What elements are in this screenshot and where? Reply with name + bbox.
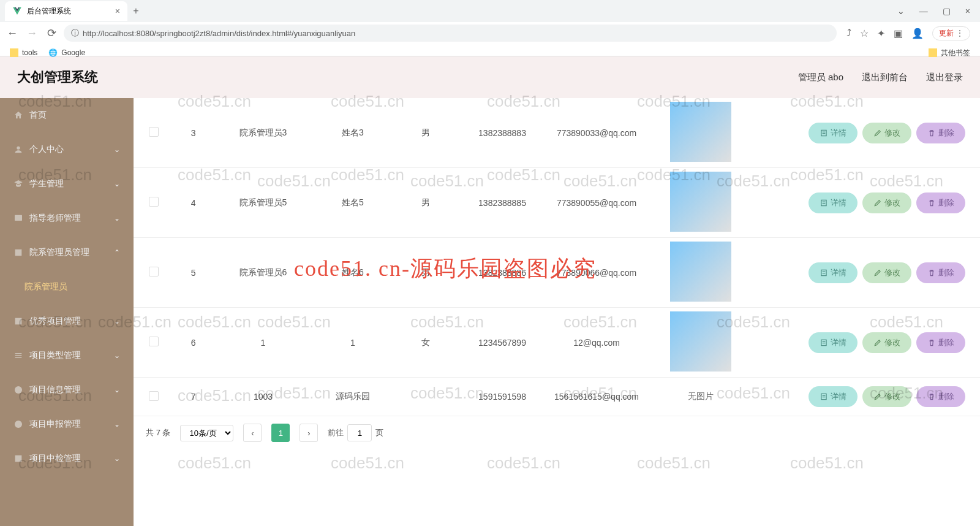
delete-button[interactable]: 删除 <box>916 386 965 407</box>
student-icon <box>13 179 23 189</box>
share-icon[interactable]: ⤴ <box>846 28 851 39</box>
edit-button[interactable]: 修改 <box>862 262 911 283</box>
tab-bar: 后台管理系统 × + ⌄ — ▢ × <box>0 0 980 22</box>
dropdown-icon[interactable]: ⌄ <box>897 6 905 16</box>
teacher-icon <box>13 213 23 223</box>
detail-button[interactable]: 详情 <box>809 123 858 143</box>
sidebar-item-info[interactable]: 项目信息管理 ⌄ <box>0 373 134 407</box>
cell-gender: 男 <box>393 98 459 168</box>
no-photo-text: 无图片 <box>688 391 714 401</box>
apply-icon <box>13 419 23 429</box>
cell-gender: 女 <box>393 308 459 378</box>
sidebar-item-type[interactable]: 项目类型管理 ⌄ <box>0 338 134 373</box>
delete-button[interactable]: 删除 <box>916 123 965 143</box>
maximize-icon[interactable]: ▢ <box>943 6 951 16</box>
current-user[interactable]: 管理员 abo <box>798 72 843 83</box>
sidebar-item-dept-admin-sub[interactable]: 院系管理员 <box>0 270 134 304</box>
page-prev-button[interactable]: ‹ <box>243 424 262 442</box>
edit-button[interactable]: 修改 <box>862 332 911 353</box>
cell-phone: 1382388885 <box>459 168 546 238</box>
content-area: 3院系管理员3姓名3男1382388883773890033@qq.com详情修… <box>134 98 980 526</box>
sidebar-item-midcheck[interactable]: 项目中检管理 ⌄ <box>0 441 134 476</box>
edit-button[interactable]: 修改 <box>862 192 911 213</box>
pagination: 共 7 条 10条/页 ‹ 1 › 前往 页 <box>134 416 980 449</box>
browser-tab[interactable]: 后台管理系统 × <box>5 1 127 21</box>
window-controls: ⌄ — ▢ × <box>897 6 980 16</box>
update-button[interactable]: 更新⋮ <box>932 26 970 40</box>
sidebar-item-profile[interactable]: 个人中心 ⌄ <box>0 132 134 167</box>
page-number-1[interactable]: 1 <box>271 424 290 442</box>
menu-label: 学生管理 <box>29 178 64 189</box>
chevron-down-icon: ⌄ <box>114 180 120 188</box>
tab-close-icon[interactable]: × <box>115 6 120 16</box>
page-next-button[interactable]: › <box>300 424 318 442</box>
bookmark-tools[interactable]: tools <box>10 48 37 57</box>
globe-icon: 🌐 <box>48 48 58 57</box>
devices-icon[interactable]: ▣ <box>894 28 903 39</box>
user-icon <box>13 145 23 154</box>
reload-button[interactable]: ⟳ <box>44 26 59 40</box>
chevron-down-icon: ⌄ <box>114 454 120 463</box>
delete-button[interactable]: 删除 <box>916 332 965 353</box>
minimize-icon[interactable]: — <box>919 6 928 16</box>
back-button[interactable]: ← <box>5 27 20 40</box>
cell-email: 773890055@qq.com <box>546 168 648 238</box>
edit-button[interactable]: 修改 <box>862 123 911 143</box>
sidebar-item-teachers[interactable]: 指导老师管理 ⌄ <box>0 201 134 235</box>
svg-point-0 <box>17 147 20 150</box>
logout-link[interactable]: 退出登录 <box>926 72 963 83</box>
cell-name: 姓名6 <box>313 238 393 308</box>
exit-front-link[interactable]: 退出到前台 <box>862 72 908 83</box>
menu-label: 首页 <box>29 110 47 121</box>
cell-email: 12@qq.com <box>546 308 648 378</box>
page-goto-input[interactable] <box>347 424 372 441</box>
detail-button[interactable]: 详情 <box>809 332 858 353</box>
chevron-down-icon: ⌄ <box>114 386 120 394</box>
table-row: 611女123456789912@qq.com详情修改删除 <box>134 308 980 378</box>
data-table: 3院系管理员3姓名3男1382388883773890033@qq.com详情修… <box>134 98 980 416</box>
check-icon <box>13 454 23 463</box>
row-checkbox[interactable] <box>149 267 159 276</box>
edit-button[interactable]: 修改 <box>862 386 911 407</box>
close-window-icon[interactable]: × <box>965 6 970 16</box>
cell-account: 1003 <box>213 378 313 416</box>
detail-button[interactable]: 详情 <box>809 192 858 213</box>
row-checkbox[interactable] <box>149 391 159 401</box>
tab-title: 后台管理系统 <box>27 6 71 17</box>
sidebar-item-apply[interactable]: 项目申报管理 ⌄ <box>0 407 134 441</box>
menu-label: 项目类型管理 <box>29 350 81 361</box>
menu-label: 院系管理员 <box>24 281 67 292</box>
cell-account: 1 <box>213 308 313 378</box>
user-photo <box>670 102 731 162</box>
cell-email: 773890033@qq.com <box>546 98 648 168</box>
cell-idx: 6 <box>173 308 213 378</box>
bookmark-google[interactable]: 🌐 Google <box>48 48 85 57</box>
bookmark-other[interactable]: 其他书签 <box>929 48 970 58</box>
row-checkbox[interactable] <box>149 197 159 207</box>
page-size-select[interactable]: 10条/页 <box>180 425 233 441</box>
detail-button[interactable]: 详情 <box>809 262 858 283</box>
cell-account: 院系管理员6 <box>213 238 313 308</box>
forward-button[interactable]: → <box>24 27 39 40</box>
info-icon <box>13 385 23 395</box>
delete-button[interactable]: 删除 <box>916 262 965 283</box>
vue-favicon-icon <box>12 6 22 16</box>
extension-icon[interactable]: ✦ <box>877 28 885 39</box>
delete-button[interactable]: 删除 <box>916 192 965 213</box>
row-checkbox[interactable] <box>149 337 159 346</box>
new-tab-button[interactable]: + <box>127 6 145 17</box>
sidebar-item-students[interactable]: 学生管理 ⌄ <box>0 167 134 201</box>
cell-account: 院系管理员3 <box>213 98 313 168</box>
profile-icon[interactable]: 👤 <box>911 28 924 39</box>
detail-button[interactable]: 详情 <box>809 386 858 407</box>
table-row: 4院系管理员5姓名5男1382388885773890055@qq.com详情修… <box>134 168 980 238</box>
table-row: 5院系管理员6姓名6男1382388886773890066@qq.com详情修… <box>134 238 980 308</box>
sidebar-item-excellent[interactable]: 优秀项目管理 ⌄ <box>0 304 134 338</box>
sidebar-item-home[interactable]: 首页 <box>0 98 134 132</box>
url-input[interactable]: ⓘ http://localhost:8080/springbootj2zt8/… <box>64 25 837 42</box>
sidebar-item-dept-admin[interactable]: 院系管理员管理 ⌃ <box>0 235 134 270</box>
row-checkbox[interactable] <box>149 127 159 137</box>
user-photo <box>670 242 731 302</box>
star-icon[interactable]: ☆ <box>860 28 869 39</box>
cell-name: 姓名3 <box>313 98 393 168</box>
